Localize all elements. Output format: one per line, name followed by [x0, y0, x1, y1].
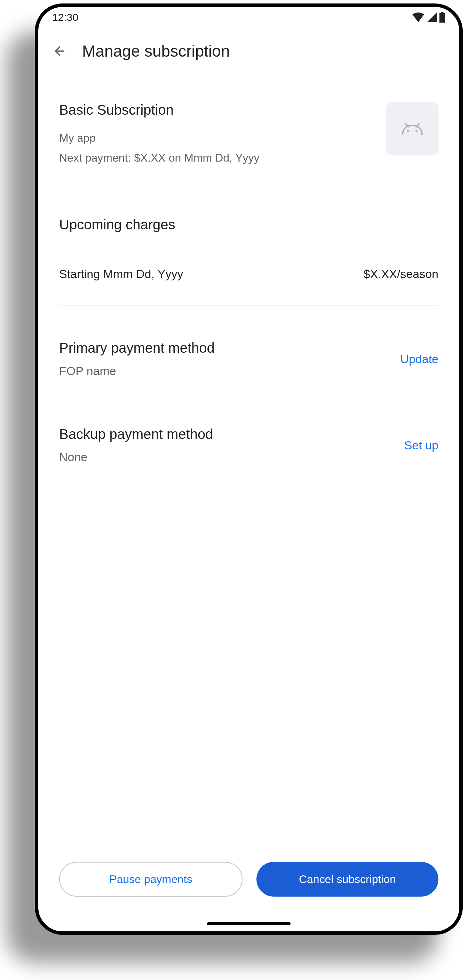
backup-payment-title: Backup payment method [59, 426, 404, 442]
page-title: Manage subscription [82, 42, 230, 60]
wifi-icon [412, 13, 425, 22]
status-time: 12:30 [52, 11, 78, 23]
upcoming-charge-price: $X.XX/season [364, 267, 438, 281]
upcoming-charges-title: Upcoming charges [59, 217, 438, 232]
subscription-next-payment: Next payment: $X.XX on Mmm Dd, Yyyy [59, 151, 386, 164]
back-arrow-icon[interactable] [52, 44, 67, 58]
primary-payment-title: Primary payment method [59, 340, 400, 356]
upcoming-charges-section: Upcoming charges Starting Mmm Dd, Yyyy $… [59, 189, 438, 305]
cellular-icon [426, 13, 437, 22]
svg-point-3 [415, 130, 417, 132]
status-bar: 12:30 [38, 7, 459, 28]
navigation-handle[interactable] [207, 922, 291, 925]
backup-payment-value: None [59, 450, 404, 464]
battery-icon [439, 12, 446, 22]
svg-rect-0 [439, 13, 445, 22]
svg-rect-1 [441, 12, 444, 14]
subscription-title: Basic Subscription [59, 102, 386, 118]
android-icon [401, 121, 423, 136]
status-icons [412, 12, 446, 22]
primary-payment-value: FOP name [59, 364, 400, 378]
svg-point-2 [407, 130, 409, 132]
phone-frame: 12:30 Manage subscription Basic Subscrip… [35, 3, 463, 935]
cancel-subscription-button[interactable]: Cancel subscription [256, 862, 438, 897]
primary-payment-row: Primary payment method FOP name Update [59, 305, 438, 378]
app-icon [386, 102, 438, 154]
subscription-app-name: My app [59, 132, 386, 145]
setup-backup-link[interactable]: Set up [404, 439, 438, 452]
header: Manage subscription [38, 28, 459, 71]
update-payment-link[interactable]: Update [400, 352, 438, 366]
bottom-button-bar: Pause payments Cancel subscription [59, 862, 438, 897]
upcoming-charge-date: Starting Mmm Dd, Yyyy [59, 267, 183, 281]
pause-payments-button[interactable]: Pause payments [59, 862, 243, 897]
subscription-section: Basic Subscription My app Next payment: … [59, 71, 438, 189]
backup-payment-row: Backup payment method None Set up [59, 378, 438, 464]
